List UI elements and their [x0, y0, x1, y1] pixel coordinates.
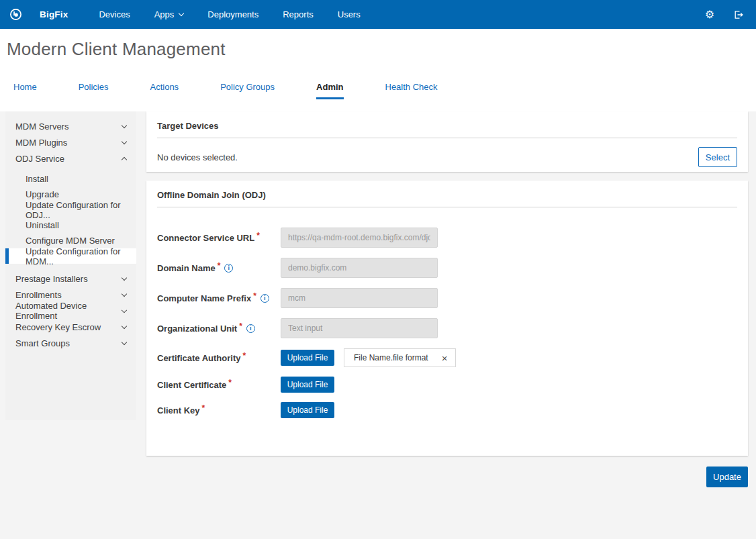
app-root: BigFix DevicesAppsDeploymentsReportsUser…: [0, 0, 756, 487]
tab-admin[interactable]: Admin: [316, 82, 343, 99]
sidebar-item-prestage-installers[interactable]: Prestage Installers: [5, 271, 136, 287]
tab-actions[interactable]: Actions: [150, 82, 179, 99]
brand-name: BigFix: [40, 9, 68, 19]
certificate-authority-upload-button[interactable]: Upload File: [281, 350, 334, 366]
field-label: Client Key*: [157, 405, 281, 415]
field-label: Connector Service URL*: [157, 233, 281, 243]
sidebar-item-recovery-key-escrow[interactable]: Recovery Key Escrow: [5, 319, 136, 335]
field-row-certificate-authority: Certificate Authority*Upload FileFile Na…: [157, 348, 737, 367]
target-devices-title: Target Devices: [157, 121, 737, 131]
field-label-text: Organizational Unit: [157, 324, 237, 334]
chevron-down-icon: [179, 11, 184, 16]
admin-sidebar: MDM ServersMDM PluginsODJ ServiceInstall…: [5, 111, 136, 420]
field-row-connector-service-url: Connector Service URL*: [157, 228, 737, 248]
field-row-domain-name: Domain Name*i: [157, 258, 737, 278]
top-nav: BigFix DevicesAppsDeploymentsReportsUser…: [0, 0, 756, 29]
sidebar-item-label: Recovery Key Escrow: [15, 322, 101, 332]
remove-file-icon[interactable]: ×: [442, 353, 448, 363]
app-tabs: HomePoliciesActionsPolicy GroupsAdminHea…: [7, 82, 749, 99]
field-label-text: Client Certificate: [157, 380, 226, 390]
tab-health-check[interactable]: Health Check: [385, 82, 438, 99]
field-label-text: Domain Name: [157, 263, 216, 273]
field-control: [281, 258, 438, 278]
bigfix-logo-icon[interactable]: [9, 8, 22, 21]
tab-home[interactable]: Home: [13, 82, 37, 99]
required-asterisk: *: [218, 261, 221, 271]
odj-form: Connector Service URL*Domain Name*iCompu…: [157, 228, 737, 418]
sidebar-subitem-update-configuration-for-mdm[interactable]: Update Configuration for MDM...: [5, 248, 136, 264]
page-title: Modern Client Management: [7, 39, 749, 60]
field-control: [281, 228, 438, 248]
required-asterisk: *: [242, 351, 246, 360]
sidebar-subitem-uninstall[interactable]: Uninstall: [5, 217, 136, 233]
required-asterisk: *: [228, 378, 232, 387]
odj-card: Offline Domain Join (ODJ) Connector Serv…: [146, 181, 748, 456]
field-row-computer-name-prefix: Computer Name Prefix*i: [157, 288, 737, 308]
sidebar-item-odj-service[interactable]: ODJ Service: [5, 150, 136, 166]
target-devices-card: Target Devices No devices selected. Sele…: [146, 111, 748, 172]
content-area: MDM ServersMDM PluginsODJ ServiceInstall…: [0, 111, 756, 487]
chevron-down-icon: [122, 291, 127, 296]
sidebar-item-mdm-plugins[interactable]: MDM Plugins: [5, 134, 136, 150]
field-control: Upload File: [281, 377, 334, 393]
no-devices-text: No devices selected.: [157, 152, 238, 162]
settings-gear-icon[interactable]: ⚙: [705, 9, 714, 20]
client-certificate-upload-button[interactable]: Upload File: [281, 377, 334, 393]
nav-item-devices[interactable]: Devices: [99, 9, 130, 19]
uploaded-file-name: File Name.file format: [354, 353, 428, 362]
chevron-down-icon: [122, 275, 127, 280]
tab-policies[interactable]: Policies: [79, 82, 109, 99]
uploaded-file-chip: File Name.file format×: [344, 348, 456, 367]
sidebar-submenu: InstallUpgradeUpdate Configuration for O…: [5, 171, 136, 264]
sidebar-subitem-install[interactable]: Install: [5, 171, 136, 187]
field-label: Organizational Unit*i: [157, 324, 281, 334]
field-label: Domain Name*i: [157, 263, 281, 273]
field-control: [281, 288, 438, 308]
sidebar-item-label: Enrollments: [15, 290, 62, 300]
odj-title: Offline Domain Join (ODJ): [157, 190, 737, 200]
field-label: Computer Name Prefix*i: [157, 293, 281, 303]
nav-item-reports[interactable]: Reports: [283, 9, 314, 19]
nav-item-apps[interactable]: Apps: [154, 9, 184, 19]
organizational-unit-input[interactable]: [281, 318, 438, 338]
sidebar-item-smart-groups[interactable]: Smart Groups: [5, 335, 136, 351]
field-row-client-certificate: Client Certificate*Upload File: [157, 377, 737, 393]
connector-service-url-input[interactable]: [281, 228, 438, 248]
update-button[interactable]: Update: [706, 467, 748, 487]
chevron-up-icon: [122, 156, 127, 162]
update-row: Update: [146, 467, 748, 487]
page-header: Modern Client Management HomePoliciesAct…: [0, 29, 756, 111]
nav-item-deployments[interactable]: Deployments: [207, 9, 258, 19]
chevron-down-icon: [122, 339, 127, 344]
sidebar-item-label: MDM Servers: [15, 121, 68, 132]
field-control: [281, 318, 438, 338]
chevron-down-icon: [122, 122, 127, 128]
select-devices-button[interactable]: Select: [698, 147, 737, 167]
sidebar-item-label: ODJ Service: [15, 154, 64, 164]
logout-icon[interactable]: [733, 9, 744, 20]
computer-name-prefix-input[interactable]: [281, 288, 438, 308]
client-key-upload-button[interactable]: Upload File: [281, 402, 334, 418]
tab-policy-groups[interactable]: Policy Groups: [220, 82, 275, 99]
field-label-text: Computer Name Prefix: [157, 293, 251, 303]
info-icon[interactable]: i: [261, 294, 269, 303]
divider: [157, 207, 737, 207]
field-row-client-key: Client Key*Upload File: [157, 402, 737, 418]
info-icon[interactable]: i: [224, 264, 233, 273]
chevron-down-icon: [122, 138, 127, 144]
target-devices-row: No devices selected. Select: [157, 147, 737, 167]
field-control: Upload FileFile Name.file format×: [281, 348, 456, 367]
domain-name-input[interactable]: [281, 258, 438, 278]
sidebar-item-automated-device-enrollment[interactable]: Automated Device Enrollment: [5, 303, 136, 319]
info-icon[interactable]: i: [246, 324, 255, 333]
sidebar-item-label: Prestage Installers: [15, 274, 88, 284]
nav-item-users[interactable]: Users: [338, 9, 361, 19]
field-control: Upload File: [281, 402, 334, 418]
sidebar-item-mdm-servers[interactable]: MDM Servers: [5, 118, 136, 134]
field-label-text: Connector Service URL: [157, 233, 254, 243]
bigfix-logo-glyph: [9, 8, 22, 21]
required-asterisk: *: [202, 403, 205, 413]
sidebar-subitem-update-configuration-for-odj[interactable]: Update Configuration for ODJ...: [5, 202, 136, 217]
primary-nav: DevicesAppsDeploymentsReportsUsers: [99, 9, 360, 19]
sidebar-item-label: Smart Groups: [15, 338, 70, 348]
